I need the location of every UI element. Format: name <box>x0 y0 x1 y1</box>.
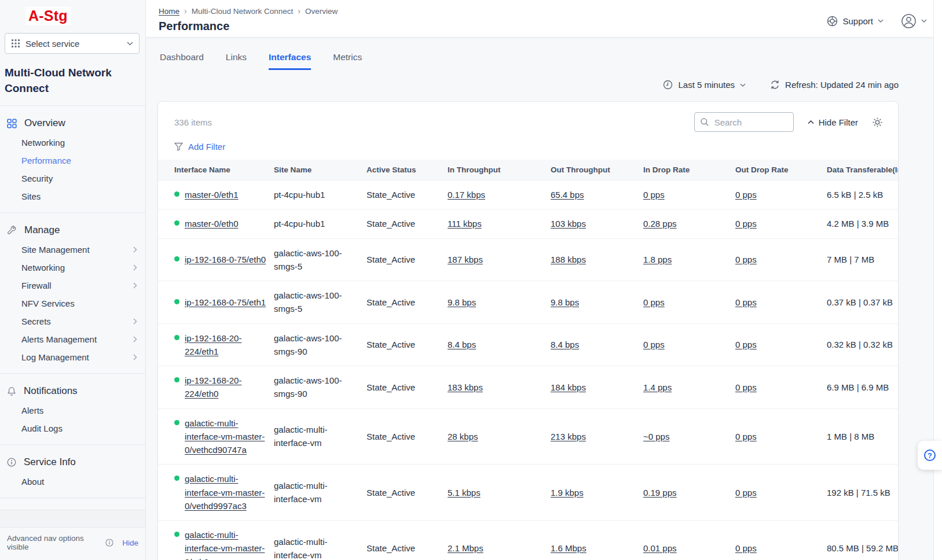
support-menu[interactable]: Support <box>827 16 884 27</box>
out-drop-rate-link[interactable]: 0 pps <box>735 255 757 264</box>
sidebar-item-audit-logs[interactable]: Audit Logs <box>0 419 145 437</box>
in-throughput-link[interactable]: 111 kbps <box>448 219 482 229</box>
in-drop-rate-link[interactable]: 0 pps <box>643 340 665 349</box>
gear-icon[interactable] <box>872 117 883 128</box>
in-drop-rate-link[interactable]: 1.4 pps <box>643 382 672 392</box>
column-header-out-throughput[interactable]: Out Throughput <box>551 160 643 180</box>
tab-metrics[interactable]: Metrics <box>333 52 362 70</box>
column-header-data-transferable-in[interactable]: Data Transferable(In <box>827 160 899 180</box>
out-drop-rate-link[interactable]: 0 pps <box>735 297 757 307</box>
in-throughput-link[interactable]: 2.1 Mbps <box>448 543 483 553</box>
out-drop-rate-link[interactable]: 0 pps <box>735 340 757 349</box>
in-throughput-link[interactable]: 183 kbps <box>448 382 483 392</box>
sidebar-item-alerts[interactable]: Alerts <box>0 401 145 419</box>
in-drop-rate-link[interactable]: 0 pps <box>643 297 665 307</box>
sidebar-item-performance[interactable]: Performance <box>0 152 145 170</box>
column-header-active-status[interactable]: Active Status <box>366 160 448 180</box>
help-button[interactable]: ? <box>918 441 942 470</box>
sidebar-item-site-management[interactable]: Site Management <box>0 241 145 259</box>
search-box[interactable] <box>694 112 794 132</box>
column-header-out-drop-rate[interactable]: Out Drop Rate <box>735 160 827 180</box>
service-selector[interactable]: Select service <box>5 33 140 54</box>
interface-link[interactable]: galactic-multi-interface-vm-master-0/eth… <box>185 528 267 560</box>
out-throughput-link[interactable]: 184 kbps <box>551 382 586 392</box>
out-drop-rate-link[interactable]: 0 pps <box>735 543 757 553</box>
out-throughput-link[interactable]: 1.9 kbps <box>551 488 584 498</box>
out-throughput-link[interactable]: 213 kbps <box>551 432 586 441</box>
out-drop-rate-link[interactable]: 0 pps <box>735 219 757 229</box>
interface-link[interactable]: master-0/eth1 <box>185 188 239 201</box>
brand-logo: A-Stg <box>25 7 71 25</box>
hide-advanced-nav-link[interactable]: Hide <box>122 539 138 547</box>
in-throughput-link[interactable]: 9.8 bps <box>448 297 476 307</box>
in-drop-rate-link[interactable]: 0.19 pps <box>643 488 677 498</box>
out-drop-rate-link[interactable]: 0 pps <box>735 432 757 441</box>
out-throughput-link[interactable]: 9.8 bps <box>551 297 579 307</box>
sidebar-footer-band <box>0 510 145 527</box>
sidebar-item-security[interactable]: Security <box>0 170 145 187</box>
chevron-up-icon <box>808 120 814 124</box>
nav-header-manage[interactable]: Manage <box>0 220 145 241</box>
info-icon <box>7 458 16 467</box>
interface-link[interactable]: galactic-multi-interface-vm-master-0/vet… <box>185 472 267 513</box>
interface-link[interactable]: master-0/eth0 <box>185 217 239 230</box>
page-scrollbar[interactable] <box>933 0 942 560</box>
add-filter-button[interactable]: Add Filter <box>158 132 898 160</box>
hide-filter-toggle[interactable]: Hide Filter <box>808 117 858 127</box>
table-row: ip-192-168-0-75/eth0galactic-aws-100-smg… <box>158 238 899 281</box>
tab-dashboard[interactable]: Dashboard <box>160 52 204 70</box>
interface-link[interactable]: ip-192-168-0-75/eth0 <box>185 253 266 266</box>
interface-link[interactable]: ip-192-168-0-75/eth1 <box>185 296 266 309</box>
search-input[interactable] <box>713 117 788 128</box>
in-throughput-link[interactable]: 0.17 kbps <box>448 190 485 200</box>
sidebar-item-about[interactable]: About <box>0 473 145 491</box>
sidebar-item-networking[interactable]: Networking <box>0 134 145 152</box>
out-drop-rate-link[interactable]: 0 pps <box>735 382 757 392</box>
in-drop-rate-link[interactable]: ~0 pps <box>643 432 669 441</box>
out-throughput-link[interactable]: 103 kbps <box>551 219 586 229</box>
interface-link[interactable]: ip-192-168-20-224/eth1 <box>185 331 267 359</box>
nav-header-notifications[interactable]: Notifications <box>0 381 145 401</box>
sidebar-item-label: Secrets <box>21 316 51 326</box>
in-drop-rate-link[interactable]: 0.01 pps <box>643 543 677 553</box>
sidebar-item-networking[interactable]: Networking <box>0 259 145 277</box>
breadcrumb-item-home[interactable]: Home <box>159 7 179 16</box>
in-throughput-link-cell: 111 kbps <box>448 209 551 238</box>
nav-header-service-info[interactable]: Service Info <box>0 452 145 473</box>
in-throughput-link[interactable]: 28 kbps <box>448 432 478 441</box>
out-throughput-link[interactable]: 1.6 Mbps <box>551 543 587 553</box>
chevron-right-icon <box>133 354 137 360</box>
in-throughput-link[interactable]: 5.1 kbps <box>448 488 481 498</box>
in-throughput-link[interactable]: 187 kbps <box>448 255 483 264</box>
sidebar-item-alerts-management[interactable]: Alerts Management <box>0 330 145 348</box>
column-header-interface-name[interactable]: Interface Name <box>158 160 274 180</box>
sidebar-item-sites[interactable]: Sites <box>0 187 145 205</box>
tab-links[interactable]: Links <box>226 52 247 70</box>
interface-link[interactable]: ip-192-168-20-224/eth0 <box>185 374 267 401</box>
out-throughput-link[interactable]: 8.4 bps <box>551 340 579 349</box>
nav-header-overview[interactable]: Overview <box>0 113 145 134</box>
refresh-button[interactable]: Refresh: Updated 24 min ago <box>770 80 899 90</box>
sidebar-item-secrets[interactable]: Secrets <box>0 312 145 330</box>
out-throughput-link[interactable]: 188 kbps <box>551 255 586 264</box>
column-header-in-throughput[interactable]: In Throughput <box>448 160 551 180</box>
in-throughput-link[interactable]: 8.4 bps <box>448 340 476 349</box>
sidebar-item-firewall[interactable]: Firewall <box>0 277 145 294</box>
nav-section-service-info: Service InfoAbout <box>0 445 145 498</box>
tab-interfaces[interactable]: Interfaces <box>269 52 311 70</box>
user-menu[interactable] <box>901 13 927 29</box>
out-throughput-link-cell: 1.9 kbps <box>551 465 643 521</box>
sidebar-item-log-management[interactable]: Log Management <box>0 348 145 366</box>
time-range-selector[interactable]: Last 5 minutes <box>663 80 746 90</box>
in-drop-rate-link[interactable]: 1.8 pps <box>643 255 672 264</box>
in-drop-rate-link[interactable]: 0 pps <box>643 190 665 200</box>
out-drop-rate-link-cell: 0 pps <box>735 209 827 238</box>
in-drop-rate-link[interactable]: 0.28 pps <box>643 219 677 229</box>
sidebar-item-nfv-services[interactable]: NFV Services <box>0 294 145 312</box>
interface-link[interactable]: galactic-multi-interface-vm-master-0/vet… <box>185 417 267 457</box>
out-drop-rate-link[interactable]: 0 pps <box>735 488 757 498</box>
out-throughput-link[interactable]: 65.4 bps <box>551 190 584 200</box>
column-header-in-drop-rate[interactable]: In Drop Rate <box>643 160 735 180</box>
out-drop-rate-link[interactable]: 0 pps <box>735 190 757 200</box>
column-header-site-name[interactable]: Site Name <box>274 160 366 180</box>
